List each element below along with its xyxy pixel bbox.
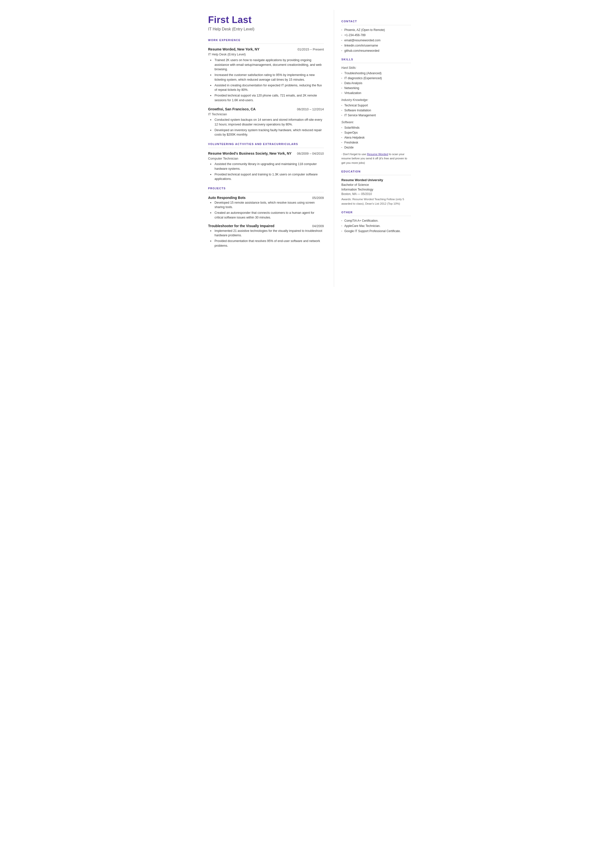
proj-bullet-2-2: Provided documentation that resolves 95%… [210, 239, 324, 248]
name: First Last [208, 15, 324, 25]
project-name-2: Troubleshooter for the Visually Impaired [208, 224, 274, 228]
skills-section: SKILLS Hard Skills: Troubleshooting (Adv… [341, 57, 411, 165]
industry-skill-2: IT Service Management [341, 113, 411, 118]
contact-list: Phoenix, AZ (Open to Remote) +1-234-456-… [341, 28, 411, 53]
software-skill-1: SuperOps [341, 130, 411, 135]
skills-header: SKILLS [341, 57, 411, 62]
contact-item-2: email@resumeworded.com [341, 38, 411, 43]
job-details-1: Trained 2K users on how to navigate appl… [208, 58, 324, 103]
education-section: EDUCATION Resume Worded University Bache… [341, 169, 411, 206]
bullet-1-2: Increased the customer satisfaction rati… [210, 73, 324, 82]
contact-item-0: Phoenix, AZ (Open to Remote) [341, 28, 411, 32]
hard-skill-4: Virtualization [341, 91, 411, 95]
bullet-list-1: Trained 2K users on how to navigate appl… [208, 58, 324, 103]
contact-divider [341, 25, 411, 25]
vol-bullet-1-1: Assisted the community library in upgrad… [210, 162, 324, 171]
industry-skills-list: Technical Support Software Installation … [341, 103, 411, 118]
project-name-1: Auto Responding Bots [208, 195, 246, 200]
proj-bullet-2-1: Implemented 21 assistive technologies fo… [210, 228, 324, 238]
job-block-2: Growthsi, San Francisco, CA 06/2010 – 12… [208, 107, 324, 137]
other-list: CompTIA A+ Certification. AppleCare Mac … [341, 219, 411, 233]
bullet-2-1: Conducted system backups on 14 servers a… [210, 118, 324, 127]
vol-role-1: Computer Technician [208, 156, 324, 161]
other-item-1: AppleCare Mac Technician. [341, 224, 411, 228]
bullet-1-3: Assisted in creating documentation for e… [210, 83, 324, 93]
education-header: EDUCATION [341, 169, 411, 174]
work-experience-divider [208, 43, 324, 44]
contact-item-1: +1-234-456-789 [341, 33, 411, 37]
vol-details-1: Assisted the community library in upgrad… [208, 162, 324, 182]
industry-skills-label: Industry Knowledge: [341, 98, 411, 102]
bullet-2-2: Developed an inventory system tracking f… [210, 128, 324, 137]
hard-skill-0: Troubleshooting (Advanced) [341, 71, 411, 76]
volunteer-block-1: Resume Worded's Business Society, New Yo… [208, 151, 324, 182]
project-bullet-list-1: Developed 15 remote assistance bots, whi… [208, 200, 324, 220]
bullet-1-1: Trained 2K users on how to navigate appl… [210, 58, 324, 72]
contact-item-4: github.com/resumeworded [341, 48, 411, 53]
software-skills-label: Software: [341, 120, 411, 124]
project-block-2: Troubleshooter for the Visually Impaired… [208, 224, 324, 248]
other-item-0: CompTIA A+ Certification. [341, 219, 411, 223]
edu-location: Boston, MA — 05/2010 [341, 192, 411, 196]
edu-degree: Bachelor of Science [341, 183, 411, 187]
promo-prefix: · Don't forget to use [341, 153, 367, 156]
volunteering-section: VOLUNTEERING ACTIVITIES AND EXTRACURRICU… [208, 142, 324, 182]
projects-header: PROJECTS [208, 186, 324, 191]
project-date-2: 04/2009 [312, 224, 324, 228]
software-skill-3: Freshdesk [341, 140, 411, 145]
edu-block: Resume Worded University Bachelor of Sci… [341, 178, 411, 206]
proj-bullet-1-1: Developed 15 remote assistance bots, whi… [210, 200, 324, 210]
work-experience-section: WORK EXPERIENCE Resume Worded, New York,… [208, 38, 324, 137]
company-2: Growthsi, San Francisco, CA [208, 107, 256, 112]
contact-header: CONTACT [341, 19, 411, 23]
promo-link[interactable]: Resume Worded [367, 153, 388, 156]
skills-divider [341, 63, 411, 63]
role-1: IT Help Desk (Entry Level) [208, 52, 324, 57]
company-1: Resume Worded, New York, NY [208, 47, 260, 52]
promo-block: · Don't forget to use Resume Worded to s… [341, 152, 411, 165]
role-2: IT Technician [208, 112, 324, 117]
other-section: OTHER CompTIA A+ Certification. AppleCar… [341, 210, 411, 234]
hard-skills-label: Hard Skills: [341, 65, 411, 70]
industry-skill-1: Software Installation [341, 108, 411, 113]
other-divider [341, 216, 411, 216]
job-title: IT Help Desk (Entry Level) [208, 26, 324, 32]
vol-bullet-1-2: Provided technical support and training … [210, 172, 324, 182]
vol-dates-1: 06/2009 – 04/2010 [297, 151, 324, 156]
other-header: OTHER [341, 210, 411, 214]
hard-skill-3: Networking [341, 86, 411, 90]
edu-field: Information Technology [341, 187, 411, 192]
job-details-2: Conducted system backups on 14 servers a… [208, 118, 324, 137]
software-skill-4: Dezide [341, 145, 411, 150]
software-skills-list: SolarWinds SuperOps Atera Helpdesk Fresh… [341, 126, 411, 150]
work-experience-header: WORK EXPERIENCE [208, 38, 324, 42]
project-bullet-list-2: Implemented 21 assistive technologies fo… [208, 228, 324, 248]
software-skill-0: SolarWinds [341, 126, 411, 130]
proj-bullet-1-2: Created an autoresponder that connects c… [210, 211, 324, 220]
software-skill-2: Atera Helpdesk [341, 135, 411, 140]
industry-skill-0: Technical Support [341, 103, 411, 108]
edu-school: Resume Worded University [341, 178, 411, 183]
job-block-1: Resume Worded, New York, NY 01/2015 – Pr… [208, 47, 324, 102]
other-item-2: Google IT Support Professional Certifica… [341, 229, 411, 233]
hard-skills-list: Troubleshooting (Advanced) IT diagnostic… [341, 71, 411, 95]
project-date-1: 05/2009 [312, 196, 324, 200]
dates-2: 06/2010 – 12/2014 [297, 107, 324, 112]
hard-skill-2: Data Analysis [341, 81, 411, 85]
hard-skill-1: IT diagnostics (Experienced) [341, 76, 411, 81]
vol-company-1: Resume Worded's Business Society, New Yo… [208, 151, 292, 156]
contact-item-3: linkedin.com/in/username [341, 43, 411, 48]
contact-section: CONTACT Phoenix, AZ (Open to Remote) +1-… [341, 19, 411, 53]
project-block-1: Auto Responding Bots 05/2009 Developed 1… [208, 195, 324, 220]
vol-bullet-list-1: Assisted the community library in upgrad… [208, 162, 324, 182]
projects-section: PROJECTS Auto Responding Bots 05/2009 De… [208, 186, 324, 248]
edu-awards: Awards: Resume Worded Teaching Fellow (o… [341, 197, 411, 206]
volunteering-header: VOLUNTEERING ACTIVITIES AND EXTRACURRICU… [208, 142, 324, 146]
bullet-1-4: Provided technical support via 120 phone… [210, 93, 324, 103]
dates-1: 01/2015 – Present [298, 47, 324, 52]
bullet-list-2: Conducted system backups on 14 servers a… [208, 118, 324, 137]
